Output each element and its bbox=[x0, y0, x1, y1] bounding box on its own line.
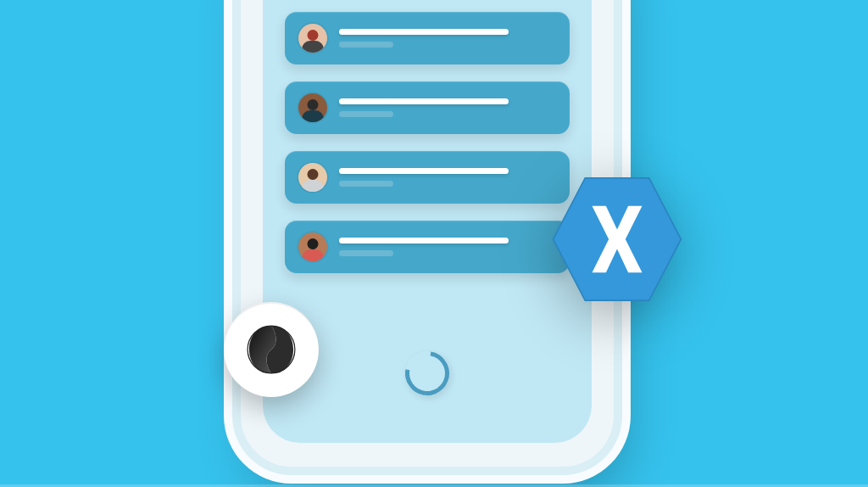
xamarin-logo-icon bbox=[548, 170, 687, 309]
placeholder-line-primary bbox=[339, 29, 509, 35]
text-placeholder-group bbox=[339, 29, 556, 48]
list-item[interactable] bbox=[285, 12, 570, 64]
placeholder-line-secondary bbox=[339, 181, 393, 187]
list-item[interactable] bbox=[285, 81, 570, 134]
avatar bbox=[298, 232, 327, 261]
list-item[interactable] bbox=[285, 151, 570, 204]
list-item[interactable] bbox=[285, 221, 570, 273]
text-placeholder-group bbox=[339, 98, 556, 117]
placeholder-line-primary bbox=[339, 238, 509, 244]
placeholder-line-primary bbox=[339, 98, 509, 104]
placeholder-line-secondary bbox=[339, 250, 393, 256]
text-placeholder-group bbox=[339, 238, 556, 256]
placeholder-line-secondary bbox=[339, 42, 393, 48]
text-placeholder-group bbox=[339, 168, 556, 187]
avatar bbox=[298, 163, 327, 192]
loading-spinner-icon bbox=[397, 343, 458, 404]
avatar bbox=[298, 24, 327, 53]
json-logo-icon bbox=[245, 323, 298, 376]
phone-screen bbox=[263, 0, 592, 443]
placeholder-line-primary bbox=[339, 168, 509, 174]
xamarin-badge bbox=[548, 170, 687, 309]
json-badge bbox=[224, 302, 319, 397]
avatar bbox=[298, 93, 327, 122]
placeholder-line-secondary bbox=[339, 111, 393, 117]
contact-list bbox=[285, 12, 570, 273]
